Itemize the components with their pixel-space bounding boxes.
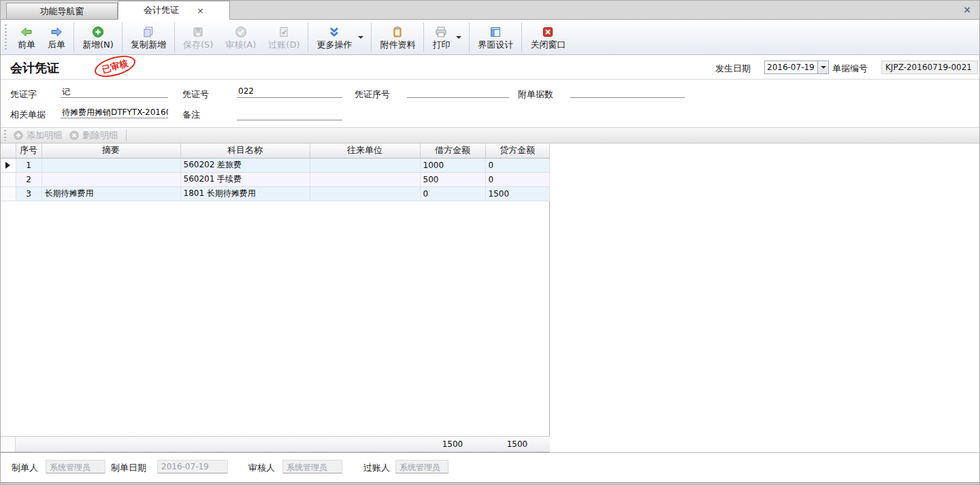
attached-docs-input[interactable] (570, 86, 685, 98)
window-close-icon[interactable]: × (963, 5, 971, 14)
table-row[interactable]: 3 长期待摊费用 1801 长期待摊费用 0 1500 (1, 186, 549, 201)
cell-debit[interactable]: 500 (420, 172, 485, 186)
auditor-field: 系统管理员 (282, 460, 342, 473)
arrow-left-icon (19, 25, 34, 39)
voucher-no-label: 凭证号 (182, 88, 209, 101)
cell-credit[interactable]: 0 (485, 158, 549, 172)
voucher-seq-input[interactable] (407, 86, 509, 98)
cell-account[interactable]: 560201 手续费 (180, 172, 310, 186)
toolbar-separator (174, 22, 175, 52)
toolbar-separator (74, 22, 74, 52)
creator-label: 制单人 (12, 462, 38, 474)
toolbar-separator (469, 22, 470, 52)
add-detail-button[interactable]: 添加明细 (12, 129, 67, 141)
detail-toolbar-separator (126, 129, 127, 141)
cell-debit[interactable]: 0 (420, 186, 485, 201)
cell-summary[interactable] (42, 158, 180, 172)
row-indicator-cell (1, 158, 16, 172)
printer-icon (434, 25, 448, 39)
save-button[interactable]: 保存(S) (177, 22, 219, 53)
toolbar-separator (122, 22, 122, 52)
delete-detail-icon (69, 130, 80, 141)
tab-label: 会计凭证 (144, 4, 179, 16)
audit-button[interactable]: 审核(A) (219, 22, 262, 53)
date-value: 2016-07-19 (765, 61, 817, 73)
poster-field: 系统管理员 (395, 460, 448, 473)
date-combobox[interactable]: 2016-07-19 (764, 61, 829, 74)
grid-totals-row: 1500 1500 (1, 436, 550, 452)
copy-new-button[interactable]: 复制新增 (125, 22, 172, 53)
create-date-field: 2016-07-19 (157, 460, 228, 473)
ui-design-button[interactable]: 界面设计 (472, 22, 519, 53)
cell-summary[interactable] (42, 172, 180, 186)
cell-unit[interactable] (310, 158, 420, 172)
delete-detail-label: 删除明细 (82, 129, 118, 141)
new-button[interactable]: 新增(N) (76, 22, 120, 53)
ui-design-icon (488, 25, 503, 39)
add-detail-icon (13, 130, 24, 141)
col-header-account[interactable]: 科目名称 (180, 144, 310, 158)
related-doc-label: 相关单据 (10, 109, 46, 121)
cell-seq[interactable]: 2 (16, 172, 42, 186)
app-window: 功能导航窗 会计凭证 × × 前单 后单 新增(N) (0, 0, 980, 485)
detail-toolbar: 添加明细 删除明细 (1, 127, 979, 144)
remark-input[interactable] (237, 108, 342, 120)
prev-doc-button[interactable]: 前单 (12, 22, 42, 53)
page-title: 会计凭证 (10, 60, 59, 76)
tab-strip: 功能导航窗 会计凭证 × × (1, 1, 979, 20)
voucher-no-input[interactable]: 022 (237, 86, 342, 98)
cell-credit[interactable]: 0 (485, 172, 549, 186)
detail-toolbar-grip[interactable] (4, 130, 6, 141)
cell-seq[interactable]: 1 (16, 158, 42, 172)
cell-seq[interactable]: 3 (16, 186, 42, 201)
tab-label: 功能导航窗 (40, 5, 84, 18)
next-doc-button[interactable]: 后单 (42, 22, 71, 53)
col-header-summary[interactable]: 摘要 (42, 144, 180, 158)
cell-debit[interactable]: 1000 (420, 158, 485, 172)
auditor-label: 审核人 (248, 462, 275, 474)
tab-function-navigation[interactable]: 功能导航窗 (6, 3, 118, 19)
table-row[interactable]: 2 560201 手续费 500 0 (1, 172, 549, 186)
post-doc-icon (276, 25, 291, 39)
col-header-debit[interactable]: 借方金额 (420, 144, 485, 158)
cell-account[interactable]: 1801 长期待摊费用 (180, 186, 310, 201)
doc-no-label: 单据编号 (832, 63, 868, 75)
print-caret-icon[interactable] (456, 36, 461, 39)
remark-label: 备注 (182, 109, 200, 121)
cell-unit[interactable] (310, 186, 420, 201)
row-indicator-header (1, 144, 16, 158)
window-bottom-edge (1, 482, 979, 485)
delete-detail-button[interactable]: 删除明细 (67, 129, 123, 141)
more-actions-button[interactable]: 更多操作 (310, 22, 358, 53)
create-date-label: 制单日期 (111, 462, 146, 474)
toolbar-separator (308, 22, 308, 52)
post-button[interactable]: 过账(D) (262, 22, 306, 53)
col-header-credit[interactable]: 贷方金额 (485, 144, 549, 158)
cell-unit[interactable] (310, 172, 420, 186)
cell-account[interactable]: 560202 差旅费 (180, 158, 310, 172)
double-chevron-down-icon (327, 25, 342, 39)
toolbar-grip[interactable] (5, 24, 7, 50)
doc-no-field[interactable]: KJPZ-20160719-0021 (881, 61, 978, 74)
tab-close-icon[interactable]: × (197, 6, 204, 15)
more-actions-caret-icon[interactable] (358, 36, 363, 39)
attachments-button[interactable]: 附件资料 (374, 22, 421, 53)
date-dropdown-button[interactable] (817, 61, 828, 73)
entries-grid: 序号 摘要 科目名称 往来单位 借方金额 贷方金额 1 560202 差旅费 1… (1, 144, 550, 436)
print-button[interactable]: 打印 (426, 22, 456, 53)
voucher-seq-label: 凭证序号 (355, 88, 390, 101)
table-row[interactable]: 1 560202 差旅费 1000 0 (1, 158, 549, 172)
col-header-seq[interactable]: 序号 (16, 144, 42, 158)
copy-icon (141, 25, 156, 39)
creator-field: 系统管理员 (46, 460, 105, 473)
cell-credit[interactable]: 1500 (485, 186, 549, 201)
tab-accounting-voucher[interactable]: 会计凭证 × (118, 1, 230, 20)
close-window-button[interactable]: 关闭窗口 (524, 22, 572, 53)
row-indicator-cell (1, 172, 16, 186)
voucher-word-input[interactable]: 记 (61, 86, 168, 98)
voucher-word-label: 凭证字 (10, 88, 37, 101)
totals-indicator-cell (1, 437, 16, 452)
cell-summary[interactable]: 长期待摊费用 (42, 186, 180, 201)
related-doc-input[interactable]: 待摊费用摊销DTFYTX-2016071 (61, 106, 168, 118)
col-header-unit[interactable]: 往来单位 (310, 144, 420, 158)
